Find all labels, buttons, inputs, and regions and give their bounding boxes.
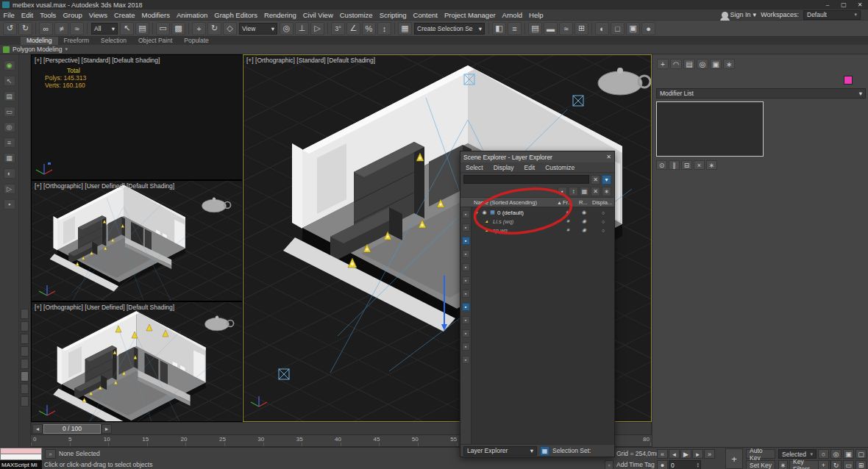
viewport-perspective[interactable]: [+] [Perspective] [Standard] [Default Sh… (31, 54, 243, 180)
add-time-tag[interactable]: Add Time Tag (616, 461, 655, 468)
expander-icon[interactable]: ▼ (473, 210, 480, 215)
menu-content[interactable]: Content (410, 10, 441, 21)
menu-group[interactable]: Group (60, 10, 85, 21)
polygon-modeling-section[interactable]: Polygon Modeling (13, 46, 63, 53)
menu-project-manager[interactable]: Project Manager (441, 10, 499, 21)
search-input[interactable] (463, 175, 589, 184)
motion-tab-icon[interactable]: ◎ (697, 59, 708, 69)
curve-editor-button[interactable]: ≈ (559, 22, 573, 35)
viewport-layout-tab[interactable] (21, 396, 29, 407)
filter-icon-active[interactable]: ▪ (462, 237, 470, 245)
play-button[interactable]: ▶ (680, 449, 691, 459)
filter-icon[interactable]: ▪ (462, 329, 470, 337)
column-render[interactable]: R... (579, 199, 592, 206)
viewport-orthographic-mid[interactable]: [+] [Orthographic] [User Defined] [Defau… (31, 180, 243, 301)
select-by-name-button[interactable]: ▤ (135, 22, 149, 35)
zoom-all-icon[interactable]: ◎ (830, 449, 842, 459)
left-toolbar-icon[interactable]: ▭ (4, 107, 15, 117)
zoom-icon[interactable]: ○ (818, 449, 829, 459)
se-menu-display[interactable]: Display (488, 164, 519, 171)
tab-populate[interactable]: Populate (178, 37, 215, 45)
layer-row[interactable]: ▼ ◉ ▦ 0 (default) ∗ ◉ ○ (472, 208, 614, 217)
viewport-layout-tab[interactable] (21, 334, 29, 344)
scene-explorer-titlebar[interactable]: Scene Explorer - Layer Explorer ✕ (460, 151, 614, 162)
left-toolbar-icon[interactable]: ▷ (4, 184, 15, 194)
viewport-label[interactable]: [+] [Perspective] [Standard] [Default Sh… (35, 57, 160, 64)
snap-toggle-button[interactable]: 3° (331, 22, 345, 35)
new-layer-icon[interactable]: ▦ (580, 187, 589, 196)
spin-down-icon[interactable]: ▾ (697, 465, 699, 468)
filter-icon[interactable]: ▪ (462, 250, 470, 258)
left-toolbar-icon[interactable]: ◎ (4, 122, 15, 132)
hierarchy-tab-icon[interactable]: ▤ (683, 59, 695, 69)
bind-spacewarp-button[interactable]: ≈ (70, 22, 84, 35)
mirror-button[interactable]: ◧ (492, 22, 506, 35)
key-mode-toggle[interactable]: ● (657, 460, 668, 469)
create-selection-set-dropdown[interactable]: Create Selection Se ▾ (414, 23, 485, 35)
settings-icon[interactable]: ∗ (602, 187, 611, 196)
modify-tab-icon[interactable]: ◠ (670, 59, 682, 69)
layer-manager-button[interactable]: ▤ (528, 22, 542, 35)
viewport-layout-tab[interactable] (21, 321, 29, 332)
select-manipulate-button[interactable]: ▷ (310, 22, 324, 35)
search-mode-toggle-icon[interactable]: ▾ (602, 175, 611, 185)
explorer-mode-dropdown[interactable]: Layer Explorer ▾ (463, 446, 537, 456)
next-frame-button[interactable]: ▸ (692, 449, 703, 459)
set-key-button[interactable]: Set Key (746, 460, 775, 469)
clear-search-icon[interactable]: ✕ (591, 175, 600, 185)
object-color-swatch[interactable] (844, 76, 853, 85)
field-of-view-icon[interactable]: ▢ (855, 449, 867, 459)
previous-frame-button[interactable]: ◂ (669, 449, 680, 459)
render-setup-button[interactable]: □ (611, 22, 625, 35)
left-toolbar-icon[interactable]: ≡ (4, 137, 15, 148)
render-cell-icon[interactable]: ◉ (577, 227, 591, 233)
menu-views[interactable]: Views (85, 10, 110, 21)
left-toolbar-icon[interactable]: ◉ (4, 60, 15, 71)
key-filters-icon[interactable]: ∗ (778, 460, 788, 469)
tab-object-paint[interactable]: Object Paint (132, 37, 178, 45)
menu-graph-editors[interactable]: Graph Editors (211, 10, 261, 21)
menu-scripting[interactable]: Scripting (376, 10, 410, 21)
menu-edit[interactable]: Edit (18, 10, 36, 21)
angle-snap-button[interactable]: ∠ (346, 22, 360, 35)
eye-icon[interactable]: ◉ (481, 210, 488, 215)
menu-file[interactable]: File (0, 10, 18, 21)
reference-coordinate-dropdown[interactable]: View ▾ (239, 23, 277, 35)
sign-in-button[interactable]: Sign In ▾ (722, 11, 757, 18)
pan-icon[interactable]: + (818, 460, 829, 469)
delete-layer-icon[interactable]: ✕ (591, 187, 600, 196)
rendered-frame-button[interactable]: ▣ (626, 22, 640, 35)
render-cell-icon[interactable]: ◉ (577, 210, 591, 215)
pick-parent-icon[interactable]: ↕ (569, 187, 578, 196)
viewport-layout-tab[interactable] (21, 384, 29, 394)
create-tab-icon[interactable]: + (657, 59, 669, 69)
left-toolbar-icon[interactable]: ▪ (4, 199, 15, 210)
filter-icon[interactable]: ▪ (462, 356, 470, 364)
left-toolbar-icon[interactable]: ▤ (4, 91, 15, 101)
window-crossing-button[interactable]: ▩ (171, 22, 185, 35)
left-toolbar-icon[interactable]: ◐ (4, 168, 15, 179)
filter-icon[interactable]: ▪ (462, 290, 470, 298)
select-move-button[interactable]: + (192, 22, 206, 35)
object-row[interactable]: ▴ sp.wq ∗ ◉ ○ (472, 226, 614, 234)
display-cell-icon[interactable]: ○ (592, 219, 614, 224)
zoom-region-icon[interactable]: ▭ (843, 460, 854, 469)
close-button[interactable]: ✕ (852, 0, 868, 10)
select-object-button[interactable]: ↖ (120, 22, 134, 35)
ribbon-toggle-button[interactable]: ▬ (544, 22, 558, 35)
left-toolbar-icon[interactable]: ↖ (4, 76, 15, 86)
make-unique-button[interactable]: ⊟ (681, 160, 692, 170)
lock-layers-icon[interactable]: ▪ (558, 187, 567, 196)
use-pivot-center-button[interactable]: ◎ (280, 22, 294, 35)
viewport-layout-tab-active[interactable] (21, 371, 29, 382)
tab-selection[interactable]: Selection (95, 37, 132, 45)
go-to-start-button[interactable]: « (657, 449, 668, 459)
previous-frame-arrow[interactable]: ◂ (32, 424, 43, 434)
filter-icon[interactable]: ▪ (462, 223, 470, 232)
se-menu-select[interactable]: Select (460, 164, 488, 171)
modifier-list-dropdown[interactable]: Modifier List ▾ (656, 88, 866, 99)
menu-help[interactable]: Help (526, 10, 547, 21)
viewport-label[interactable]: [+] [Orthographic] [User Defined] [Defau… (35, 182, 174, 190)
time-slider[interactable]: 0 / 100 (43, 424, 101, 434)
se-menu-customize[interactable]: Customize (540, 164, 580, 171)
